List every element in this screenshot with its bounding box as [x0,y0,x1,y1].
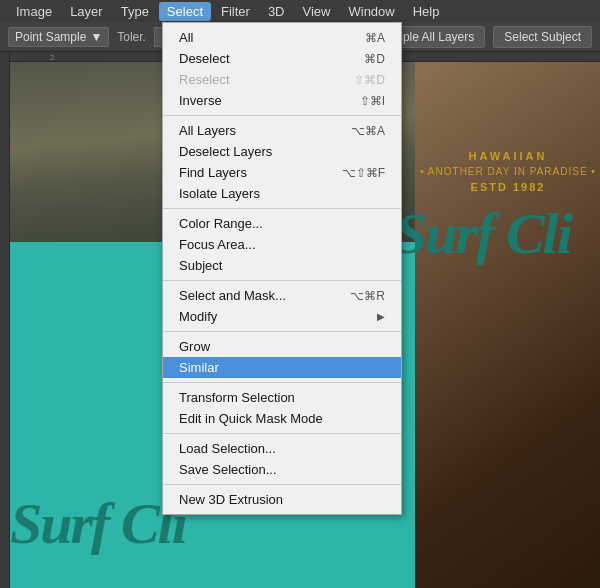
menu-layer[interactable]: Layer [62,2,111,21]
menu-select[interactable]: Select [159,2,211,21]
menu-item-reselect: Reselect ⇧⌘D [163,69,401,90]
menu-item-find-layers[interactable]: Find Layers ⌥⇧⌘F [163,162,401,183]
menu-item-quick-mask[interactable]: Edit in Quick Mask Mode [163,408,401,429]
menu-item-load-selection[interactable]: Load Selection... [163,438,401,459]
menu-item-deselect[interactable]: Deselect ⌘D [163,48,401,69]
modify-arrow-icon: ▶ [377,311,385,322]
menu-item-all-layers-shortcut: ⌥⌘A [351,124,385,138]
separator-1 [163,115,401,116]
menu-item-similar[interactable]: Similar [163,357,401,378]
right-panel [415,62,600,588]
menu-item-new-3d-extrusion[interactable]: New 3D Extrusion [163,489,401,510]
menu-item-grow-label: Grow [179,339,210,354]
menu-item-all-layers-label: All Layers [179,123,236,138]
menu-help[interactable]: Help [405,2,448,21]
badge-estd: ESTD 1982 [418,181,598,193]
menu-item-all-label: All [179,30,193,45]
ruler-vertical [0,52,10,588]
menubar: Image Layer Type Select Filter 3D View W… [0,0,600,22]
separator-3 [163,280,401,281]
menu-item-deselect-shortcut: ⌘D [364,52,385,66]
menu-item-all[interactable]: All ⌘A [163,27,401,48]
menu-item-modify[interactable]: Modify ▶ [163,306,401,327]
menu-item-subject-label: Subject [179,258,222,273]
point-sample-label: Point Sample [15,30,86,44]
tolerance-label: Toler. [117,30,146,44]
separator-5 [163,382,401,383]
menu-item-grow[interactable]: Grow [163,336,401,357]
menu-item-save-selection[interactable]: Save Selection... [163,459,401,480]
menu-item-inverse-label: Inverse [179,93,222,108]
menu-item-color-range-label: Color Range... [179,216,263,231]
menu-item-subject[interactable]: Subject [163,255,401,276]
hawaiian-badge: HAWAIIAN • ANOTHER DAY IN PARADISE • EST… [418,150,598,193]
menu-item-focus-area[interactable]: Focus Area... [163,234,401,255]
menu-item-load-selection-label: Load Selection... [179,441,276,456]
menu-view[interactable]: View [295,2,339,21]
select-subject-button[interactable]: Select Subject [493,26,592,48]
menu-image[interactable]: Image [8,2,60,21]
surf-text-top: Surf Cli [395,200,571,267]
hawaiian-label: HAWAIIAN [418,150,598,162]
menu-item-reselect-label: Reselect [179,72,230,87]
menu-item-transform-selection-label: Transform Selection [179,390,295,405]
menu-3d[interactable]: 3D [260,2,293,21]
menu-item-find-layers-label: Find Layers [179,165,247,180]
separator-6 [163,433,401,434]
menu-item-deselect-label: Deselect [179,51,230,66]
separator-7 [163,484,401,485]
menu-item-deselect-layers[interactable]: Deselect Layers [163,141,401,162]
menu-item-select-mask[interactable]: Select and Mask... ⌥⌘R [163,285,401,306]
menu-item-similar-label: Similar [179,360,219,375]
menu-item-modify-label: Modify [179,309,217,324]
menu-item-all-layers[interactable]: All Layers ⌥⌘A [163,120,401,141]
badge-sub1: • ANOTHER DAY IN PARADISE • [418,166,598,177]
menu-item-inverse-shortcut: ⇧⌘I [360,94,385,108]
menu-item-transform-selection[interactable]: Transform Selection [163,387,401,408]
menu-item-all-shortcut: ⌘A [365,31,385,45]
surf-text-bottom: Surf Cli [10,490,186,557]
menu-type[interactable]: Type [113,2,157,21]
menu-item-save-selection-label: Save Selection... [179,462,277,477]
menu-item-select-mask-shortcut: ⌥⌘R [350,289,385,303]
menu-item-find-layers-shortcut: ⌥⇧⌘F [342,166,385,180]
menu-item-isolate-layers-label: Isolate Layers [179,186,260,201]
ruler-tick-2: 2 [50,53,54,62]
menu-item-isolate-layers[interactable]: Isolate Layers [163,183,401,204]
separator-2 [163,208,401,209]
menu-item-quick-mask-label: Edit in Quick Mask Mode [179,411,323,426]
point-sample-dropdown[interactable]: Point Sample ▼ [8,27,109,47]
dropdown-arrow-icon: ▼ [90,30,102,44]
menu-item-reselect-shortcut: ⇧⌘D [354,73,385,87]
separator-4 [163,331,401,332]
menu-item-color-range[interactable]: Color Range... [163,213,401,234]
menu-item-new-3d-extrusion-label: New 3D Extrusion [179,492,283,507]
menu-window[interactable]: Window [340,2,402,21]
menu-item-focus-area-label: Focus Area... [179,237,256,252]
menu-item-select-mask-label: Select and Mask... [179,288,286,303]
select-dropdown-menu: All ⌘A Deselect ⌘D Reselect ⇧⌘D Inverse … [162,22,402,515]
menu-item-inverse[interactable]: Inverse ⇧⌘I [163,90,401,111]
menu-item-deselect-layers-label: Deselect Layers [179,144,272,159]
menu-filter[interactable]: Filter [213,2,258,21]
